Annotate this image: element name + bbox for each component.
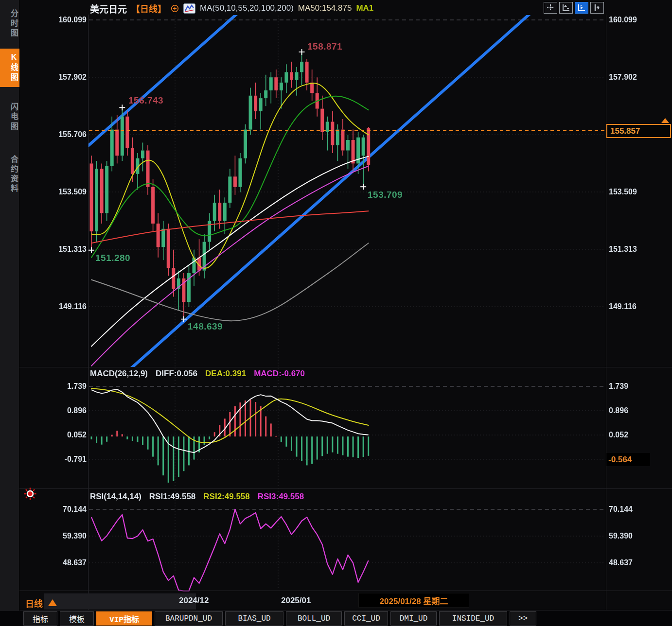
rsi-axis-label: 59.390 [23,531,87,541]
macd-current-value-tag: -0.564 [606,453,650,466]
mini-chart-icon[interactable] [183,3,195,14]
macd-header: MACD(26,12,9) DIFF:0.056 DEA:0.391 MACD:… [90,369,305,379]
macd-axis-label: 0.896 [609,406,628,416]
plot-left-border [88,15,88,610]
rsi-axis-label: 48.637 [23,558,87,568]
sidebar-item-3[interactable]: 合约资料 [0,151,19,198]
rsi2-label: RSI2:49.558 [203,492,249,502]
current-price-tag: 155.857 [606,124,671,138]
price-axis-label: 160.099 [609,15,637,25]
macd-axis-label: 0.052 [609,430,628,440]
ma-selected-label: MA1 [356,3,373,13]
pan-right-icon[interactable] [590,2,604,14]
macd-diff-label: DIFF:0.056 [156,369,197,379]
tab-DMIUD[interactable]: DMI_UD [390,611,437,626]
rsi-axis-label: 70.144 [23,504,87,514]
swing-low-label: 148.639 [188,321,223,332]
macd-title: MACD(26,12,9) [90,369,148,379]
panel-separator [19,367,672,367]
price-axis-label: 151.313 [23,244,87,254]
time-axis-strip [44,593,196,609]
price-axis-label: 153.509 [609,187,637,197]
macd-axis-label: 1.739 [23,382,87,391]
rsi-header: RSI(14,14,14) RSI1:49.558 RSI2:49.558 RS… [90,492,304,502]
move-chart-icon[interactable] [544,2,557,14]
indicator-settings-icon[interactable] [23,487,37,503]
trading-app: 美元日元 【日线】 MA(50,10,55,20,100,200) MA50:1… [0,0,672,626]
rsi1-label: RSI1:49.558 [149,492,195,502]
tab-BARUPDNUD[interactable]: BARUPDN_UD [155,611,223,626]
tab-BOLLUD[interactable]: BOLL_UD [286,611,342,626]
swing-high-label: 158.871 [307,41,342,52]
period-selector[interactable]: 日线 [25,597,43,609]
period-tag[interactable]: 【日线】 [131,2,166,15]
rsi3-label: RSI3:49.558 [258,492,304,502]
tab-CCIUD[interactable]: CCI_UD [344,611,388,626]
price-axis-label: 155.706 [23,130,87,139]
macd-axis-label: 1.739 [609,382,628,391]
price-axis-label: 157.902 [609,72,637,82]
chart-canvas[interactable] [0,0,672,626]
price-axis-label: 153.509 [23,187,87,197]
period-up-arrow-icon[interactable] [48,599,57,606]
panel-separator [19,488,672,489]
axis-zoom-active-icon[interactable] [575,2,588,14]
current-date-label: 2025/01/28 星期二 [358,593,469,608]
symbol-title: 美元日元 [90,2,127,15]
macd-axis-label: 0.896 [23,406,87,416]
swing-low-label: 153.709 [368,190,403,200]
chart-header: 美元日元 【日线】 MA(50,10,55,20,100,200) MA50:1… [90,2,373,15]
sidebar-item-1[interactable]: K线图 [0,49,19,87]
time-axis-label: 2024/12 [179,596,209,606]
tab-more[interactable]: >> [510,611,536,626]
macd-macd-label: MACD:-0.670 [254,369,305,379]
indicator-tab-bar: 指标模板VIP指标BARUPDN_UDBIAS_UDBOLL_UDCCI_UDD… [0,611,672,626]
swing-high-label: 156.743 [128,95,163,106]
price-axis-label: 149.116 [23,302,87,312]
macd-axis-label: 0.052 [23,430,87,440]
price-up-arrow-icon [661,118,669,123]
price-axis-label: 149.116 [609,302,637,312]
tab-BIASUD[interactable]: BIAS_UD [225,611,283,626]
tab-more[interactable]: 指标 [23,611,57,626]
price-axis-label: 157.902 [23,72,87,82]
chart-toolbar [544,2,604,14]
rsi-title: RSI(14,14,14) [90,492,141,502]
time-axis-label: 2025/01 [281,596,311,606]
sidebar-item-2[interactable]: 闪电图 [0,98,19,136]
tab-more[interactable]: 模板 [60,611,94,626]
sidebar: 分时图K线图闪电图合约资料 [0,0,19,626]
price-axis-label: 160.099 [23,15,87,25]
swing-low-label: 151.280 [95,253,130,263]
panel-separator [19,591,672,591]
rsi-axis-label: 70.144 [609,504,633,514]
price-axis-label: 151.313 [609,244,637,254]
ma50-value-label: MA50:154.875 [298,3,352,13]
add-indicator-icon[interactable] [171,4,179,13]
rsi-axis-label: 48.637 [609,558,633,568]
rsi-axis-label: 59.390 [609,531,633,541]
panel-separator [19,610,672,610]
macd-axis-label: -0.791 [23,454,87,464]
tab-INSIDEUD[interactable]: INSIDE_UD [439,611,507,626]
tab-VIP[interactable]: VIP指标 [96,611,152,626]
ma-settings-label[interactable]: MA(50,10,55,20,100,200) [200,3,294,13]
sidebar-item-0[interactable]: 分时图 [0,5,19,43]
plot-right-border [606,15,606,610]
axis-zoom-icon[interactable] [559,2,573,14]
macd-dea-label: DEA:0.391 [205,369,246,379]
